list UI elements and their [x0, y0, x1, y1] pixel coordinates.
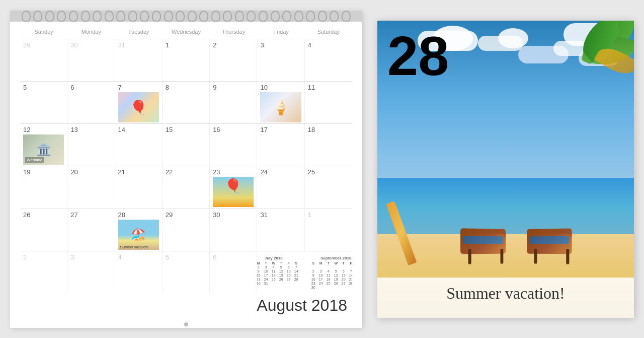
calendar-row: 26 27 28 Summer vacation! 29 30 31 1 [20, 209, 352, 251]
cal-cell: 2 [210, 39, 257, 81]
cal-cell: 6 [67, 82, 115, 123]
spiral-ring [81, 11, 90, 22]
cal-cell: 30 [67, 39, 115, 81]
calendar-panel: Sunday Monday Tuesday Wednesday Thursday… [10, 11, 362, 328]
cal-cell: 21 [115, 166, 163, 208]
cal-cell: 17 [257, 124, 304, 166]
cal-cell: 14 [115, 124, 163, 166]
day-header-sunday: Sunday [20, 27, 67, 37]
cal-cell: 20 [67, 166, 115, 208]
day-headers: Sunday Monday Tuesday Wednesday Thursday… [20, 27, 352, 37]
chair-leg [500, 249, 503, 264]
spiral-ring [235, 11, 244, 22]
cal-cell: 24 [257, 166, 304, 208]
cal-cell-with-image: 7 [115, 82, 163, 123]
spiral-ring [330, 11, 339, 22]
cal-cell: 1 [163, 39, 210, 81]
cal-cell-with-image: 28 Summer vacation! [115, 209, 163, 251]
chair-seat [527, 234, 572, 254]
cal-cell: 30 [210, 209, 257, 251]
chair-cushion [463, 236, 503, 244]
spiral-ring [176, 11, 185, 22]
cal-cell-with-image: 23 [210, 166, 257, 208]
cal-cell: 8 [163, 82, 210, 123]
palm-overlay [553, 21, 634, 121]
calendar-row: 2 3 4 5 6 July 2018 S M T W [20, 251, 352, 293]
spiral-ring [128, 11, 137, 22]
chair-leg [534, 249, 537, 264]
balloons2-image [213, 177, 254, 207]
spiral-ring [45, 11, 54, 22]
spiral-ring [93, 11, 102, 22]
cal-cell: 29 [20, 39, 67, 81]
spiral-ring [247, 11, 256, 22]
cal-cell: 15 [163, 124, 210, 166]
spiral-ring [33, 11, 42, 22]
calendar-row: 5 6 7 8 9 10 11 [20, 81, 352, 123]
spiral-ring [164, 11, 173, 22]
day-header-friday: Friday [257, 27, 304, 37]
chair-leg [566, 249, 569, 264]
cal-cell-with-image: 12 Wedding [20, 124, 67, 166]
mini-cal-grid: S M T W T F S 1234567 891011121314 15161… [257, 261, 299, 285]
cal-cell: 29 [163, 209, 210, 251]
spiral-ring [188, 11, 197, 22]
calendar-row: 29 30 31 1 2 3 4 [20, 39, 352, 81]
photo-caption: Summer vacation! [377, 284, 634, 303]
month-title: August 2018 [257, 296, 347, 315]
mini-cal-september: September 2018 S M T W T F S 1 2345678 [310, 256, 352, 289]
photo-day-number: 28 [387, 28, 449, 84]
cal-cell: 9 [210, 82, 257, 123]
cal-cell: 4 [305, 39, 352, 81]
spiral-ring [105, 11, 114, 22]
cloud [498, 28, 528, 48]
spiral-ring [271, 11, 280, 22]
lounge-chair-left [460, 229, 511, 265]
spiral-ring [211, 11, 220, 22]
spiral-ring [22, 11, 31, 22]
calendar-row: 12 Wedding 13 14 15 16 17 18 [20, 123, 352, 166]
spiral-ring [294, 11, 303, 22]
spiral-ring [259, 11, 268, 22]
spiral-ring [199, 11, 208, 22]
lounge-chairs-area [416, 160, 621, 264]
desserts-image [260, 92, 301, 122]
calendar-content: Sunday Monday Tuesday Wednesday Thursday… [10, 22, 362, 335]
day-header-saturday: Saturday [305, 27, 352, 37]
chair-leg [468, 249, 471, 264]
cal-cell: 31 [257, 209, 304, 251]
day-header-tuesday: Tuesday [115, 27, 163, 37]
photo-panel: 28 Summer vacation! [377, 21, 634, 318]
cal-cell: 11 [305, 82, 352, 123]
spiral-ring [57, 11, 66, 22]
day-header-wednesday: Wednesday [163, 27, 210, 37]
spiral-ring [342, 11, 351, 22]
cal-cell: 25 [305, 166, 352, 208]
spiral-ring [69, 11, 78, 22]
cal-cell: 3 [67, 251, 115, 293]
chair-seat [460, 234, 506, 254]
lounge-chair-right [527, 229, 577, 265]
cal-cell: 6 [210, 251, 257, 293]
cal-cell: 3 [257, 39, 304, 81]
beach-scene: 28 Summer vacation! [377, 21, 634, 318]
mini-cal-july: July 2018 S M T W T F S 1234567 89101112… [257, 256, 299, 289]
beach-image: Summer vacation! [118, 220, 159, 250]
calendar-grid: 29 30 31 1 2 3 4 5 6 7 8 9 10 [20, 39, 352, 294]
day-header-monday: Monday [67, 27, 115, 37]
spiral-ring [282, 11, 291, 22]
balloons-image [118, 92, 159, 122]
nav-dot[interactable] [184, 322, 188, 326]
cal-cell: 22 [163, 166, 210, 208]
spiral-ring [223, 11, 232, 22]
chair-cushion [529, 236, 569, 244]
spiral-ring [152, 11, 161, 22]
cal-cell: 2 [20, 251, 67, 293]
calendar-row: 19 20 21 22 23 24 25 [20, 166, 352, 208]
cal-cell: 13 [67, 124, 115, 166]
day-header-thursday: Thursday [210, 27, 257, 37]
wedding-image: Wedding [23, 134, 64, 165]
cal-cell: 4 [115, 251, 163, 293]
cal-cell: 16 [210, 124, 257, 166]
cal-cell: 27 [67, 209, 115, 251]
